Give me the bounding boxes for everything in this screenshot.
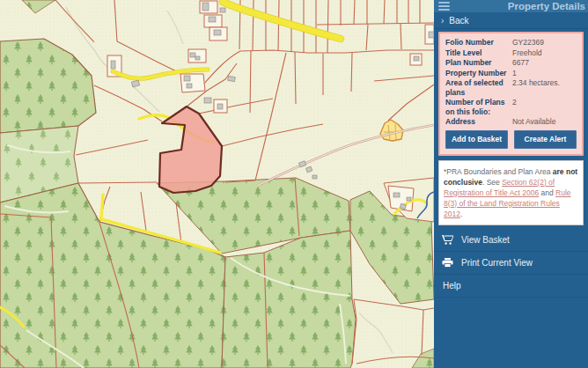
field-label: Plan Number (445, 58, 512, 68)
field-row-title-level: Title Level Freehold (445, 48, 577, 58)
create-alert-button[interactable]: Create Alert (514, 130, 577, 149)
view-basket-label: View Basket (461, 235, 510, 245)
field-value: 2.34 hectares. (512, 78, 577, 97)
field-row-address: Address Not Available (445, 117, 577, 127)
printer-icon (442, 258, 453, 268)
help-label: Help (443, 281, 461, 291)
print-current-view-label: Print Current View (461, 258, 533, 268)
disclaimer-text: . See (482, 178, 502, 187)
boundaries-disclaimer: *PRA Boundaries and Plan Area are not co… (438, 160, 584, 225)
field-value: 2 (512, 98, 577, 116)
field-label: Title Level (445, 48, 512, 58)
field-row-plan-number: Plan Number 6677 (445, 58, 577, 68)
field-row-property-number: Property Number 1 (445, 69, 577, 78)
field-row-plan-count: Number of Plans on this folio: 2 (445, 98, 577, 116)
field-value: 1 (512, 69, 577, 78)
chevron-right-icon: › (441, 16, 444, 26)
field-value: 6677 (512, 58, 577, 68)
field-label: Number of Plans on this folio: (445, 98, 512, 116)
disclaimer-text: and (539, 188, 555, 197)
property-map-app: Property Details › Back Folio Number GY2… (0, 0, 588, 368)
field-label: Folio Number (445, 38, 512, 48)
panel-header: Property Details (434, 0, 588, 12)
map-canvas[interactable] (0, 0, 434, 368)
field-row-folio-number: Folio Number GY22369 (445, 38, 577, 48)
back-button[interactable]: › Back (434, 12, 588, 29)
property-details-panel: Property Details › Back Folio Number GY2… (434, 0, 588, 368)
action-buttons: Add to Basket Create Alert (445, 130, 577, 149)
panel-title: Property Details (508, 1, 585, 11)
folio-info-box: Folio Number GY22369 Title Level Freehol… (438, 32, 584, 156)
field-value: GY22369 (512, 38, 577, 48)
panel-filler (434, 298, 588, 368)
view-basket-item[interactable]: View Basket (434, 229, 588, 252)
add-to-basket-button[interactable]: Add to Basket (445, 130, 508, 149)
field-label: Property Number (445, 69, 512, 78)
help-item[interactable]: Help (434, 275, 588, 298)
field-label: Address (445, 117, 512, 127)
print-current-view-item[interactable]: Print Current View (434, 252, 588, 275)
disclaimer-text: . (460, 210, 462, 218)
disclaimer-text: *PRA Boundaries and Plan Area (444, 167, 553, 176)
field-value: Not Available (512, 117, 577, 127)
field-label: Area of selected plans (445, 78, 512, 97)
cart-icon (442, 235, 453, 245)
field-value: Freehold (512, 48, 577, 58)
back-label: Back (449, 16, 468, 26)
field-row-area: Area of selected plans 2.34 hectares. (445, 78, 577, 97)
cadastral-map-svg (0, 0, 434, 368)
menu-icon[interactable] (438, 2, 450, 11)
